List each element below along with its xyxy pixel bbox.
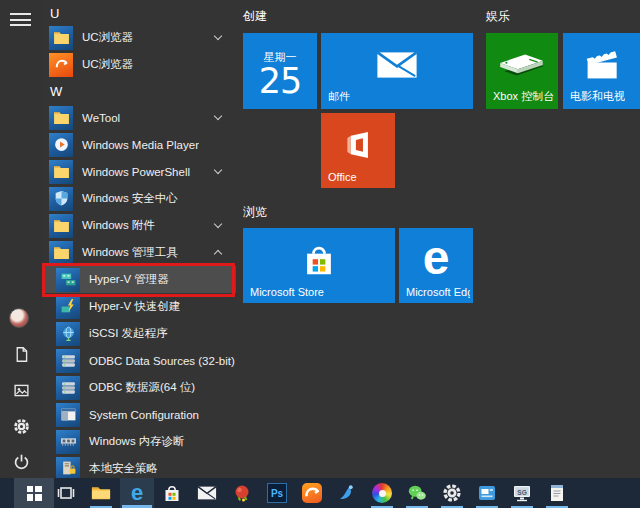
windows-start-menu-screen: U UC浏览器 UC浏览器 W WeTool Windows Media Pla… [0, 0, 640, 508]
app-list-item-windows-admin-tools-folder[interactable]: Windows 管理工具 [44, 239, 236, 266]
tile-group-title-create[interactable]: 创建 [243, 8, 267, 25]
documents-icon[interactable] [10, 343, 32, 365]
power-icon[interactable] [10, 450, 32, 472]
hamburger-menu-icon[interactable] [10, 13, 31, 26]
tile-label: Microsoft Edge [406, 286, 470, 298]
clapperboard-icon [563, 33, 640, 97]
app-label: iSCSI 发起程序 [89, 326, 168, 341]
app-list-item-uc-browser[interactable]: UC浏览器 [44, 51, 236, 78]
app-list-item-odbc-64[interactable]: ODBC 数据源(64 位) [44, 374, 236, 401]
sogou-label: SG [512, 489, 532, 496]
pictures-icon[interactable] [10, 379, 32, 401]
app-label: Hyper-V 管理器 [89, 272, 169, 287]
section-label: W [50, 84, 62, 99]
start-nav-rail [0, 0, 44, 478]
store-bag-icon [243, 228, 395, 291]
app-list-item-uc-browser-folder[interactable]: UC浏览器 [44, 24, 236, 51]
edge-glyph: e [131, 482, 143, 504]
uc-browser-icon [49, 53, 73, 77]
office-logo-icon [321, 113, 395, 176]
tile-movies-tv[interactable]: 电影和电视 [563, 33, 640, 109]
chevron-down-icon [214, 32, 222, 40]
security-shield-icon [49, 187, 73, 211]
app-list-item-memory-diagnostic[interactable]: Windows 内存诊断 [44, 428, 236, 455]
tile-label: 邮件 [328, 89, 350, 104]
microsoft-edge-icon[interactable]: e [120, 478, 154, 508]
tile-group-title-browse[interactable]: 浏览 [243, 204, 267, 221]
photoshop-label: Ps [271, 488, 283, 499]
user-avatar[interactable] [9, 308, 29, 328]
tile-microsoft-edge[interactable]: e Microsoft Edge [399, 228, 473, 303]
app-label: Windows PowerShell [82, 166, 190, 178]
app-list-item-hyperv-quick-create[interactable]: Hyper-V 快速创建 [44, 293, 236, 320]
app-list-item-wetool-folder[interactable]: WeTool [44, 104, 236, 131]
tile-area: 创建 娱乐 浏览 星期一 25 邮件 Office [240, 0, 640, 478]
app-label: 本地安全策略 [89, 461, 158, 476]
app-list-item-system-configuration[interactable]: System Configuration [44, 401, 236, 428]
tile-xbox[interactable]: Xbox 控制台... [486, 33, 558, 109]
odbc-database-icon [56, 349, 80, 373]
blue-swoosh-app-icon[interactable] [330, 478, 364, 508]
folder-icon [49, 26, 73, 50]
blue-panel-app-icon[interactable] [470, 478, 504, 508]
chevron-down-icon [214, 112, 222, 120]
folder-icon [49, 160, 73, 184]
notepad-app-icon[interactable] [540, 478, 574, 508]
app-label: System Configuration [89, 409, 199, 421]
tile-calendar[interactable]: 星期一 25 [243, 33, 317, 109]
app-list-item-windows-accessories-folder[interactable]: Windows 附件 [44, 212, 236, 239]
app-label: Windows 附件 [82, 218, 155, 233]
sogou-monitor-icon[interactable]: SG [505, 478, 539, 508]
tile-office[interactable]: Office [321, 113, 395, 188]
photoshop-icon[interactable]: Ps [260, 478, 294, 508]
settings-gear-icon[interactable] [10, 415, 32, 437]
folder-icon [49, 214, 73, 238]
app-label: ODBC Data Sources (32-bit) [89, 355, 235, 367]
windows-logo-icon [27, 486, 42, 501]
color-wheel-app-icon[interactable] [365, 478, 399, 508]
app-list-item-windows-powershell-folder[interactable]: Windows PowerShell [44, 158, 236, 185]
chevron-down-icon [214, 220, 222, 228]
folder-icon [49, 241, 73, 265]
app-list-item-odbc-32[interactable]: ODBC Data Sources (32-bit) [44, 347, 236, 374]
task-view-button[interactable] [49, 478, 83, 508]
odbc-database-icon [56, 376, 80, 400]
folder-icon [49, 106, 73, 130]
iscsi-globe-icon [56, 322, 80, 346]
app-list-section-w[interactable]: W [44, 78, 240, 104]
mail-icon[interactable] [190, 478, 224, 508]
tile-label: Office [328, 171, 357, 183]
start-button[interactable] [14, 478, 54, 508]
app-list: U UC浏览器 UC浏览器 W WeTool Windows Media Pla… [44, 2, 240, 482]
tile-label: Microsoft Store [250, 286, 324, 298]
app-list-item-windows-security[interactable]: Windows 安全中心 [44, 185, 236, 212]
tile-mail[interactable]: 邮件 [321, 33, 473, 109]
microsoft-store-icon[interactable] [155, 478, 189, 508]
app-list-section-u[interactable]: U [44, 2, 240, 24]
app-label: Windows 管理工具 [82, 245, 178, 260]
edge-logo-icon: e [399, 228, 473, 291]
app-list-item-hyperv-manager[interactable]: Hyper-V 管理器 [44, 266, 236, 293]
red-flower-app-icon[interactable] [225, 478, 259, 508]
edge-glyph: e [423, 234, 450, 282]
app-label: UC浏览器 [82, 30, 133, 45]
tile-label: 电影和电视 [570, 89, 625, 104]
mail-envelope-icon [321, 33, 473, 97]
app-list-item-iscsi-initiator[interactable]: iSCSI 发起程序 [44, 320, 236, 347]
app-label: WeTool [82, 112, 120, 124]
app-list-item-windows-media-player[interactable]: Windows Media Player [44, 131, 236, 158]
uc-browser-icon[interactable] [295, 478, 329, 508]
tile-microsoft-store[interactable]: Microsoft Store [243, 228, 395, 303]
file-explorer-icon[interactable] [84, 478, 118, 508]
chevron-down-icon [214, 166, 222, 174]
tile-group-title-entertainment[interactable]: 娱乐 [486, 8, 510, 25]
xbox-console-icon [486, 33, 558, 97]
taskbar: e Ps [0, 478, 640, 508]
calendar-day: 25 [243, 61, 317, 101]
hyperv-icon [56, 268, 80, 292]
settings-gear-icon[interactable] [435, 478, 469, 508]
tile-label: Xbox 控制台... [493, 89, 555, 104]
section-label: U [50, 6, 59, 21]
wechat-icon[interactable] [400, 478, 434, 508]
app-label: Windows 内存诊断 [89, 434, 185, 449]
